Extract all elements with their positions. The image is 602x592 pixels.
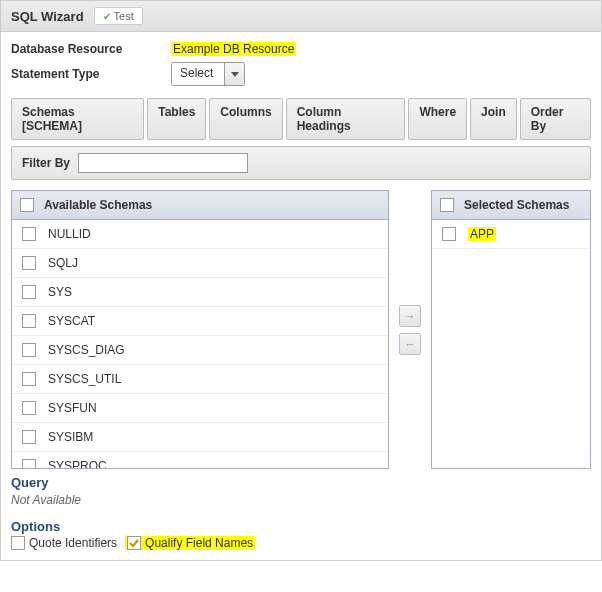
list-item[interactable]: SYSIBM [12, 423, 388, 452]
list-item[interactable]: SYSCS_UTIL [12, 365, 388, 394]
selected-title: Selected Schemas [464, 198, 569, 212]
item-label: SYS [48, 285, 72, 299]
list-item[interactable]: SYSFUN [12, 394, 388, 423]
tab-columns[interactable]: Columns [209, 98, 282, 140]
chevron-down-icon[interactable] [224, 63, 244, 85]
list-item[interactable]: SYSCS_DIAG [12, 336, 388, 365]
available-select-all-checkbox[interactable] [20, 198, 34, 212]
tab-orderby[interactable]: Order By [520, 98, 591, 140]
test-button-label: Test [114, 10, 134, 22]
filter-input[interactable] [78, 153, 248, 173]
tabs: Schemas [SCHEMA] Tables Columns Column H… [11, 98, 591, 140]
db-resource-value: Example DB Resource [171, 42, 296, 56]
tab-join[interactable]: Join [470, 98, 517, 140]
quote-identifiers-checkbox[interactable] [11, 536, 25, 550]
page-title: SQL Wizard [11, 9, 84, 24]
item-label: SYSPROC [48, 459, 107, 468]
tab-schemas[interactable]: Schemas [SCHEMA] [11, 98, 144, 140]
item-label: SYSCS_DIAG [48, 343, 125, 357]
query-section-label: Query [11, 475, 591, 490]
selected-panel: Selected Schemas APP [431, 190, 591, 469]
move-right-button[interactable]: → [399, 305, 421, 327]
list-item[interactable]: SYSCAT [12, 307, 388, 336]
item-checkbox[interactable] [22, 401, 36, 415]
item-checkbox[interactable] [22, 430, 36, 444]
item-checkbox[interactable] [22, 343, 36, 357]
query-value: Not Available [11, 490, 591, 513]
tab-column-headings[interactable]: Column Headings [286, 98, 406, 140]
move-left-button[interactable]: ← [399, 333, 421, 355]
statement-type-value: Select [172, 63, 224, 85]
filter-label: Filter By [22, 156, 70, 170]
list-item[interactable]: SQLJ [12, 249, 388, 278]
test-button[interactable]: ✔ Test [94, 7, 143, 25]
move-buttons: → ← [399, 305, 421, 355]
arrow-right-icon: → [405, 310, 416, 322]
db-resource-label: Database Resource [11, 42, 171, 56]
quote-identifiers-label: Quote Identifiers [29, 536, 117, 550]
list-item[interactable]: NULLID [12, 220, 388, 249]
item-label: NULLID [48, 227, 91, 241]
item-checkbox[interactable] [22, 227, 36, 241]
item-checkbox[interactable] [22, 372, 36, 386]
filter-bar: Filter By [11, 146, 591, 180]
item-label: SYSIBM [48, 430, 93, 444]
selected-select-all-checkbox[interactable] [440, 198, 454, 212]
tab-tables[interactable]: Tables [147, 98, 206, 140]
selected-list[interactable]: APP [432, 220, 590, 468]
list-item[interactable]: APP [432, 220, 590, 249]
item-label: SYSCAT [48, 314, 95, 328]
options-section-label: Options [11, 519, 591, 534]
available-title: Available Schemas [44, 198, 152, 212]
list-item[interactable]: SYSPROC [12, 452, 388, 468]
available-panel: Available Schemas NULLID SQLJ SYS SYSCAT… [11, 190, 389, 469]
item-label: APP [468, 227, 496, 241]
arrow-left-icon: ← [405, 338, 416, 350]
tab-where[interactable]: Where [408, 98, 467, 140]
statement-type-label: Statement Type [11, 67, 171, 81]
statement-type-select[interactable]: Select [171, 62, 245, 86]
qualify-field-names-label: Qualify Field Names [145, 536, 253, 550]
item-checkbox[interactable] [22, 285, 36, 299]
item-label: SQLJ [48, 256, 78, 270]
qualify-field-names-checkbox[interactable] [127, 536, 141, 550]
test-check-icon: ✔ [103, 11, 111, 22]
available-list[interactable]: NULLID SQLJ SYS SYSCAT SYSCS_DIAG SYSCS_… [12, 220, 388, 468]
item-checkbox[interactable] [22, 314, 36, 328]
item-checkbox[interactable] [22, 459, 36, 468]
item-label: SYSCS_UTIL [48, 372, 121, 386]
item-checkbox[interactable] [22, 256, 36, 270]
list-item[interactable]: SYS [12, 278, 388, 307]
item-label: SYSFUN [48, 401, 97, 415]
item-checkbox[interactable] [442, 227, 456, 241]
title-bar: SQL Wizard ✔ Test [0, 0, 602, 32]
